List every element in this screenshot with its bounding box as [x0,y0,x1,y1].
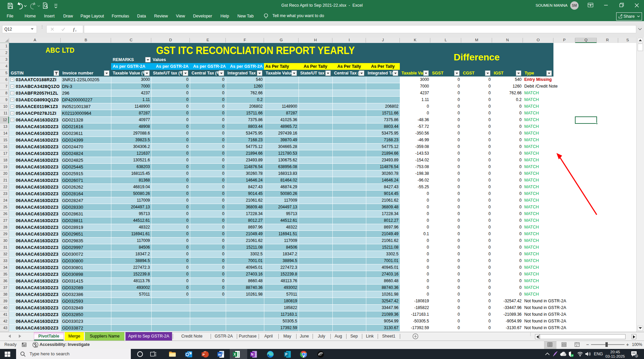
svg-text:W: W [218,353,221,356]
svg-text:P: P [203,353,205,356]
svg-text:3: 3 [636,354,637,358]
svg-text:x: x [75,29,76,32]
svg-text:X: X [234,353,236,356]
svg-text:P: P [285,353,287,356]
svg-text:N: N [251,353,254,356]
